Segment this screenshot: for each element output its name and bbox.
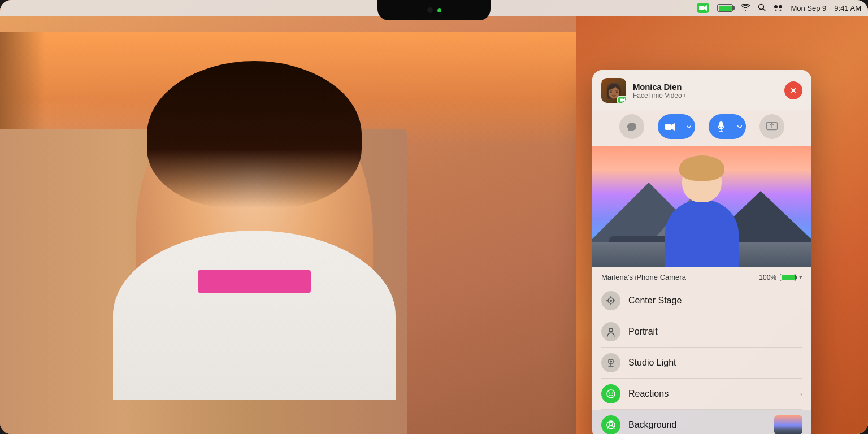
svg-rect-0 [699, 6, 704, 10]
camera-chevron[interactable]: ▾ [799, 274, 802, 281]
notch-camera [427, 7, 433, 13]
background-icon [601, 415, 620, 434]
studio-light-icon [601, 353, 620, 372]
menu-item-studio-light[interactable]: Studio Light [592, 348, 811, 378]
svg-point-4 [774, 5, 778, 8]
mic-button[interactable] [709, 114, 734, 139]
reactions-arrow: › [800, 389, 802, 398]
preview-hair [679, 155, 724, 181]
svg-point-30 [607, 390, 615, 398]
caller-name: Monica Dien [633, 82, 778, 92]
camera-battery-tip [796, 276, 797, 279]
close-button[interactable] [784, 81, 802, 99]
menu-item-center-stage[interactable]: Center Stage [592, 285, 811, 316]
menu-item-reactions[interactable]: Reactions › [592, 379, 811, 409]
share-screen-button[interactable] [760, 114, 784, 139]
menu-bar-datetime: Mon Sep 9 [791, 4, 826, 12]
svg-point-34 [609, 422, 613, 426]
video-badge [617, 96, 626, 103]
svg-rect-12 [665, 124, 671, 130]
background-label: Background [628, 420, 766, 430]
preview-person [645, 160, 758, 267]
wifi-icon [741, 3, 750, 12]
preview-head [682, 160, 722, 202]
mac-frame: Mon Sep 9 9:41 AM 👩🏾 Monica Dien [0, 0, 868, 434]
camera-battery-pct: 100% [759, 274, 776, 281]
preview-body [665, 199, 739, 267]
menu-item-background[interactable]: Background [592, 410, 811, 434]
person-top [113, 231, 396, 400]
notch-green-dot [437, 8, 441, 12]
main-person [45, 50, 486, 434]
mic-dropdown-button[interactable] [734, 114, 746, 139]
svg-rect-8 [620, 99, 623, 102]
svg-point-32 [612, 393, 613, 394]
panel-header: 👩🏾 Monica Dien FaceTime Video › [592, 70, 811, 110]
facetime-panel: 👩🏾 Monica Dien FaceTime Video › [592, 70, 811, 434]
svg-point-20 [610, 300, 612, 302]
studio-light-label: Studio Light [628, 358, 802, 368]
portrait-icon [601, 322, 620, 341]
chat-button[interactable] [619, 114, 644, 139]
camera-battery-bar [780, 274, 796, 281]
caller-app-arrow: › [684, 92, 686, 99]
caller-app: FaceTime Video › [633, 92, 778, 99]
camera-battery-fill [782, 275, 795, 280]
svg-point-25 [609, 328, 613, 332]
svg-rect-14 [719, 121, 723, 128]
facetime-menu-icon[interactable] [697, 3, 709, 13]
svg-marker-1 [704, 5, 707, 11]
video-dropdown-button[interactable] [683, 114, 695, 139]
svg-point-27 [610, 361, 612, 363]
caller-info: Monica Dien FaceTime Video › [633, 82, 778, 99]
svg-line-3 [763, 8, 766, 11]
video-control-group [658, 114, 695, 139]
svg-marker-9 [623, 98, 625, 102]
caller-avatar: 👩🏾 [601, 78, 626, 103]
battery-fill [719, 6, 732, 11]
battery-tip [733, 6, 735, 10]
video-preview [592, 146, 811, 267]
svg-point-6 [775, 10, 776, 11]
svg-point-7 [780, 10, 781, 11]
battery-indicator [717, 4, 733, 12]
portrait-label: Portrait [628, 327, 802, 337]
video-button[interactable] [658, 114, 683, 139]
menu-item-portrait[interactable]: Portrait [592, 316, 811, 347]
person-hair [147, 61, 362, 208]
svg-point-31 [609, 393, 610, 394]
center-stage-icon [601, 291, 620, 310]
center-stage-label: Center Stage [628, 296, 802, 306]
notch [377, 0, 491, 20]
camera-name: Marlena's iPhone Camera [601, 273, 686, 281]
battery-bar [717, 4, 733, 12]
control-center-icon[interactable] [774, 3, 783, 13]
reactions-icon [601, 384, 620, 403]
camera-battery-group: 100% ▾ [759, 274, 802, 281]
reactions-label: Reactions [628, 389, 792, 399]
svg-marker-13 [671, 123, 675, 131]
bg-thumb-image [774, 415, 802, 434]
menu-bar-time: 9:41 AM [834, 4, 861, 12]
camera-info-bar: Marlena's iPhone Camera 100% ▾ [592, 267, 811, 285]
facetime-icon-svg [699, 5, 707, 11]
svg-point-5 [779, 5, 782, 8]
search-icon[interactable] [758, 3, 766, 13]
background-thumbnail [774, 415, 802, 434]
controls-row [592, 110, 811, 146]
main-video-area [0, 16, 576, 434]
mic-control-group [709, 114, 746, 139]
person-collar [198, 270, 311, 293]
